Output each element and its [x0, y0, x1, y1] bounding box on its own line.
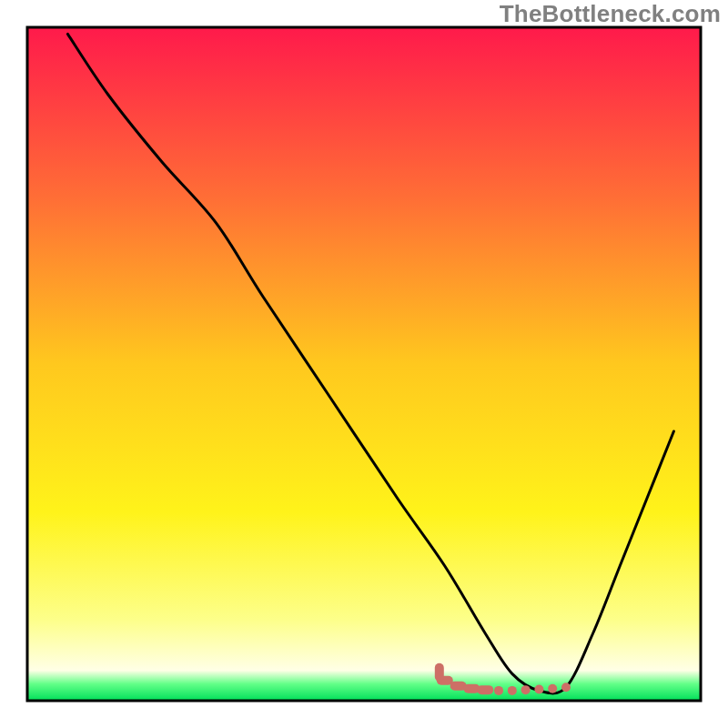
highlight-dot — [534, 684, 543, 693]
chart-container: TheBottleneck.com — [0, 0, 728, 728]
highlight-dot — [494, 686, 503, 695]
highlight-dot — [508, 686, 517, 695]
bottleneck-chart — [0, 0, 728, 728]
plot-background — [27, 27, 701, 701]
highlight-dot — [548, 684, 557, 693]
highlight-dot — [477, 685, 493, 694]
highlight-dot — [521, 685, 531, 694]
highlight-dot — [561, 682, 571, 692]
highlight-dot — [435, 663, 444, 682]
watermark-text: TheBottleneck.com — [500, 0, 721, 28]
